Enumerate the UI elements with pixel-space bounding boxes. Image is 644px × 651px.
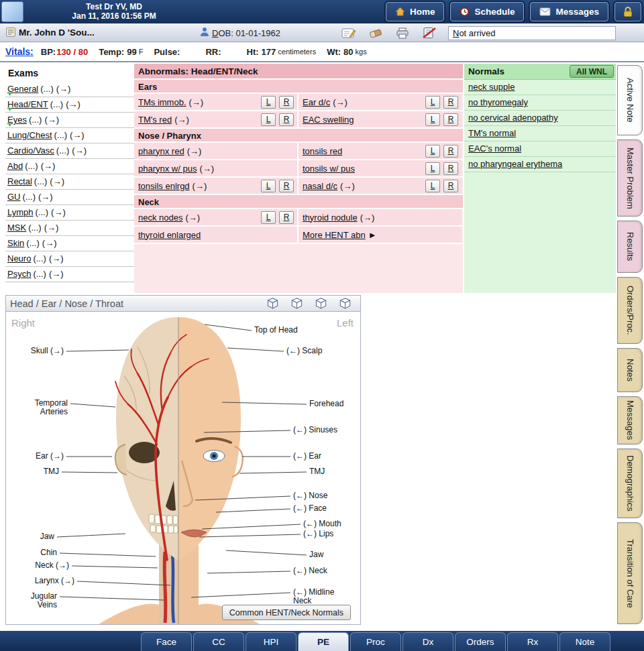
anatomy-label-temporal-arteries[interactable]: Temporal Arteries xyxy=(35,399,68,416)
right-button[interactable]: R xyxy=(279,96,294,109)
anatomy-label-nose[interactable]: (←) Nose xyxy=(293,491,327,500)
abnormal-item-eac-swelling[interactable]: EAC swellingLR xyxy=(299,111,462,127)
exam-comment-link[interactable]: (...) xyxy=(26,238,40,248)
abnormal-item-pharynx-red[interactable]: pharynx red(→) xyxy=(134,143,299,159)
normal-item-neck-supple[interactable]: neck supple xyxy=(464,80,616,95)
abnormal-item-ear-d-c[interactable]: Ear d/c(→)LR xyxy=(299,94,462,110)
anatomy-label-tmj[interactable]: TMJ xyxy=(44,467,59,476)
exam-item-rectal[interactable]: Rectal(...)(→) xyxy=(5,174,134,190)
vitals-link[interactable]: Vitals: xyxy=(5,46,34,57)
top-button-messages[interactable]: Messages xyxy=(530,2,608,21)
patient-name[interactable]: Mr. John D 'Sou... xyxy=(19,27,95,38)
side-tab-results[interactable]: Results xyxy=(617,221,643,273)
detail-arrow[interactable]: (→) xyxy=(186,213,201,223)
anatomy-label-forehead[interactable]: Forehead xyxy=(309,400,343,408)
side-tab-orders-proc[interactable]: Orders/Proc. xyxy=(617,277,643,344)
left-button[interactable]: L xyxy=(425,145,440,158)
anatomy-label-midline-neck[interactable]: (←) Midline Neck xyxy=(293,588,334,605)
bottom-tab-note[interactable]: Note xyxy=(559,632,610,651)
normal-item-no-cervical-adenopathy[interactable]: no cervical adenopathy xyxy=(464,111,616,126)
left-button[interactable]: L xyxy=(261,211,276,224)
anatomy-label-sinuses[interactable]: (←) Sinuses xyxy=(293,426,337,434)
bottom-tab-dx[interactable]: Dx xyxy=(402,632,453,651)
side-tab-active-note[interactable]: Active Note xyxy=(617,65,643,135)
exam-item-skin[interactable]: Skin(...)(→) xyxy=(5,236,134,251)
eraser-button[interactable] xyxy=(364,25,387,40)
anatomy-label-jaw[interactable]: Jaw xyxy=(309,550,323,559)
exam-detail-arrow[interactable]: (→) xyxy=(49,269,64,279)
detail-arrow[interactable]: (→) xyxy=(193,181,207,191)
exam-detail-arrow[interactable]: (→) xyxy=(72,145,87,156)
exam-detail-arrow[interactable]: (→) xyxy=(44,115,59,125)
exam-detail-arrow[interactable]: (→) xyxy=(50,176,64,186)
detail-arrow[interactable]: (→) xyxy=(199,164,214,174)
right-button[interactable]: R xyxy=(279,211,294,224)
bottom-tab-cc[interactable]: CC xyxy=(193,632,244,651)
common-normals-button[interactable]: Common HENT/Neck Normals xyxy=(222,605,351,620)
exam-item-neuro[interactable]: Neuro(...)(→) xyxy=(5,251,134,267)
exam-comment-link[interactable]: (...) xyxy=(40,84,54,94)
exam-item-general[interactable]: General(...)(→)▼ xyxy=(5,82,134,97)
abnormal-item-nasal-d-c[interactable]: nasal d/c(→)LR xyxy=(299,178,462,194)
bottom-tab-orders[interactable]: Orders xyxy=(455,632,506,651)
exam-detail-arrow[interactable]: (→) xyxy=(42,238,57,248)
exam-comment-link[interactable]: (...) xyxy=(36,207,49,217)
right-button[interactable]: R xyxy=(443,96,458,109)
view-cube-button-3[interactable] xyxy=(313,297,328,310)
exam-comment-link[interactable]: (...) xyxy=(29,115,42,125)
right-button[interactable]: R xyxy=(279,113,294,126)
right-button[interactable]: R xyxy=(443,180,458,192)
abnormal-item-tonsils-w-pus[interactable]: tonsils w/ pusLR xyxy=(299,160,462,176)
right-button[interactable]: R xyxy=(279,180,294,192)
bottom-tab-rx[interactable]: Rx xyxy=(507,632,558,651)
anatomy-label-chin[interactable]: Chin xyxy=(40,548,57,557)
exam-comment-link[interactable]: (...) xyxy=(33,253,46,263)
right-button[interactable]: R xyxy=(443,145,458,158)
left-button[interactable]: L xyxy=(425,180,440,192)
abnormal-item-tm-s-red[interactable]: TM's red(→)LR xyxy=(134,111,299,127)
side-tab-demographics[interactable]: Demographics xyxy=(617,449,643,518)
left-button[interactable]: L xyxy=(425,162,440,175)
detail-arrow[interactable]: (→) xyxy=(187,146,202,156)
abnormal-item-thyroid-enlarged[interactable]: thyroid enlarged xyxy=(134,227,299,243)
anatomy-label-lips[interactable]: (←) Lips xyxy=(303,530,333,538)
detail-arrow[interactable]: (→) xyxy=(333,97,347,107)
exam-item-head-ent[interactable]: Head/ENT(...)(→)▼ xyxy=(5,97,134,113)
exam-item-psych[interactable]: Psych(...)(→) xyxy=(5,267,134,282)
exam-item-abd[interactable]: Abd(...)(→) xyxy=(5,159,134,174)
abnormal-item-more-hent-abn[interactable]: More HENT abn► xyxy=(299,227,462,243)
edit-card-button[interactable] xyxy=(337,25,360,40)
exam-detail-arrow[interactable]: (→) xyxy=(41,161,56,171)
top-button-home[interactable]: Home xyxy=(386,2,445,21)
exam-comment-link[interactable]: (...) xyxy=(28,223,42,233)
anatomy-label-neck[interactable]: Neck (→) xyxy=(35,561,69,570)
exam-comment-link[interactable]: (...) xyxy=(34,176,48,186)
exam-detail-arrow[interactable]: (→) xyxy=(44,223,59,233)
bottom-tab-hpi[interactable]: HPI xyxy=(246,632,297,651)
side-tab-messages[interactable]: Messages xyxy=(617,396,643,445)
left-button[interactable]: L xyxy=(261,180,276,192)
exam-item-cardio-vasc[interactable]: Cardio/Vasc(...)(→) xyxy=(5,143,134,159)
side-tab-transition-of-care[interactable]: Transition of Care xyxy=(617,522,643,624)
side-tab-master-problem[interactable]: Master Problem xyxy=(617,139,643,217)
lock-button[interactable] xyxy=(614,2,641,21)
app-logo[interactable] xyxy=(1,1,23,22)
anatomy-label-ear[interactable]: (←) Ear xyxy=(293,452,321,461)
anatomy-label-skull[interactable]: Skull (→) xyxy=(31,347,64,355)
exam-item-msk[interactable]: MSK(...)(→) xyxy=(5,221,134,236)
normal-item-tm-s-normal[interactable]: TM's normal xyxy=(464,126,616,141)
abnormal-item-neck-nodes[interactable]: neck nodes(→)LR xyxy=(134,209,299,225)
exam-detail-arrow[interactable]: (→) xyxy=(56,84,71,94)
anatomy-label-larynx[interactable]: Larynx (→) xyxy=(35,577,74,585)
anatomy-label-mouth[interactable]: (←) Mouth xyxy=(303,520,341,528)
abnormal-item-tonsils-red[interactable]: tonsils redLR xyxy=(299,143,462,159)
exam-item-lung-chest[interactable]: Lung/Chest(...)(→) xyxy=(5,128,134,143)
chart-note-icon[interactable] xyxy=(5,27,16,38)
right-button[interactable]: R xyxy=(443,162,458,175)
view-cube-button-4[interactable] xyxy=(337,297,352,310)
anatomy-label-top-of-head[interactable]: Top of Head xyxy=(254,326,298,335)
view-cube-button-1[interactable] xyxy=(265,297,280,310)
left-button[interactable]: L xyxy=(425,113,440,126)
no-chart-button[interactable] xyxy=(418,25,441,40)
abnormal-item-tms-immob[interactable]: TMs immob.(→)LR xyxy=(134,94,299,110)
